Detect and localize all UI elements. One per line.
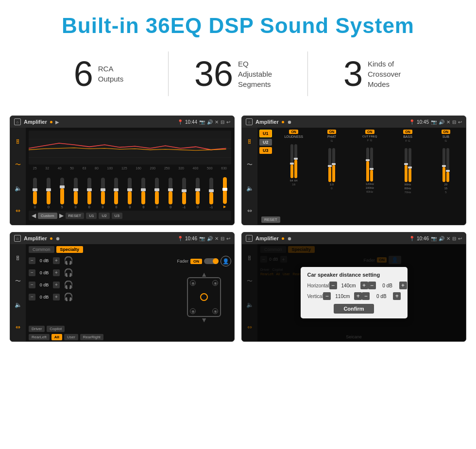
ch-slider-bass1[interactable] (405, 148, 408, 182)
vol-controls: − 0 dB + 🎧 − 0 dB + 🎧 (29, 256, 172, 324)
u1-btn-cross[interactable]: U1 (259, 130, 272, 137)
db-minus-2[interactable]: − (362, 292, 370, 300)
eq-icon[interactable]: 🎚 (15, 138, 21, 145)
back-icon-4[interactable]: ↩ (458, 236, 462, 241)
btn-all[interactable]: All (51, 334, 62, 340)
u3-btn-cross[interactable]: U3 (259, 147, 272, 154)
wave-icon-3[interactable]: 〜 (15, 277, 21, 285)
btn-rearright[interactable]: RearRight (80, 334, 103, 340)
time-fader: 10:46 (185, 236, 197, 241)
stat-text-eq: EQ AdjustableSegments (238, 59, 282, 89)
back-icon-3[interactable]: ↩ (226, 236, 230, 241)
vol-val-3: 0 dB (37, 295, 51, 299)
confirm-btn[interactable]: Confirm (334, 304, 374, 314)
back-icon[interactable]: ↩ (226, 119, 230, 125)
cross-sidebar: 🎚 〜 🔈 ⇔ (242, 128, 257, 225)
db-plus-1[interactable]: + (399, 282, 407, 289)
ch-slider-loudness2[interactable] (294, 144, 297, 178)
close-icon-2[interactable]: ✕ (446, 119, 450, 125)
vol-plus-1[interactable]: + (53, 269, 60, 276)
app-label-dialog: Amplifier (255, 235, 279, 241)
home-icon-2[interactable]: ⌂ (246, 118, 253, 125)
vertical-minus[interactable]: − (323, 292, 331, 300)
home-icon-3[interactable]: ⌂ (14, 235, 21, 242)
on-badge-sub[interactable]: ON (442, 130, 451, 134)
wave-icon-2[interactable]: 〜 (247, 161, 253, 169)
ch-loudness: ON LOUDNESS (276, 130, 312, 194)
window-icon-3[interactable]: ⊟ (221, 236, 224, 241)
fader-body: 🎚 〜 🔈 ⇔ Common Specialty − 0 dB (10, 244, 234, 341)
ch-slider-bass2[interactable] (408, 148, 411, 182)
tab-common[interactable]: Common (29, 246, 54, 253)
camera-icon: 📷 (199, 119, 205, 125)
window-icon-4[interactable]: ⊟ (452, 236, 456, 241)
horizontal-minus[interactable]: − (329, 282, 337, 289)
btn-driver[interactable]: Driver (29, 326, 45, 332)
btn-rearleft[interactable]: RearLeft (29, 334, 50, 340)
home-icon-4[interactable]: ⌂ (246, 235, 253, 242)
speaker-icon[interactable]: 🔈 (15, 185, 22, 192)
topbar-left-fader: ⌂ Amplifier ⏺ (14, 235, 60, 242)
ch-slider-cut1[interactable] (366, 148, 369, 182)
screen-dialog: ⌂ Amplifier ⏺ 📍 10:46 📷 🔊 ✕ ⊟ ↩ 🎚 〜 (241, 232, 466, 342)
ch-slider-sub2[interactable] (446, 148, 449, 182)
ch-slider-loudness1[interactable] (290, 144, 293, 178)
prev-btn[interactable]: ◀ (32, 212, 36, 219)
wave-icon[interactable]: 〜 (15, 161, 21, 169)
arrows-icon[interactable]: ⇔ (16, 207, 20, 214)
fader-label: Fader (177, 259, 188, 264)
close-icon-4[interactable]: ✕ (446, 236, 450, 241)
ch-slider-sub1[interactable] (442, 148, 445, 182)
reset-btn[interactable]: RESET (66, 213, 85, 219)
btn-copilot[interactable]: Copilot (47, 326, 65, 332)
u2-btn-cross[interactable]: U2 (259, 139, 272, 146)
window-icon[interactable]: ⊟ (221, 119, 224, 125)
on-badge-bass[interactable]: ON (403, 130, 412, 134)
reset-btn-cross[interactable]: RESET (261, 216, 280, 223)
fader-toggle[interactable] (204, 258, 219, 264)
on-badge-phat[interactable]: ON (327, 130, 337, 134)
horizontal-plus[interactable]: + (360, 282, 368, 289)
dot-icon-2 (282, 121, 284, 123)
play-icon: ▶ (55, 119, 59, 125)
u3-btn[interactable]: U3 (112, 213, 122, 219)
db-plus-2[interactable]: + (393, 292, 401, 300)
speaker-bl: ◉ (190, 308, 196, 314)
close-icon[interactable]: ✕ (215, 119, 219, 125)
u2-btn[interactable]: U2 (99, 213, 109, 219)
custom-btn[interactable]: Custom (38, 213, 57, 219)
vol-minus-3[interactable]: − (29, 294, 35, 300)
next-btn[interactable]: ▶ (59, 212, 64, 219)
vertical-plus[interactable]: + (354, 292, 362, 300)
ch-slider-phat1[interactable] (328, 148, 331, 182)
fader-on-btn[interactable]: ON (190, 259, 202, 264)
eq-icon-2[interactable]: 🎚 (247, 138, 253, 145)
vol-plus-0[interactable]: + (53, 257, 60, 264)
eq-icon-3[interactable]: 🎚 (15, 255, 21, 262)
close-icon-3[interactable]: ✕ (215, 236, 219, 241)
vol-minus-0[interactable]: − (29, 257, 35, 264)
ch-slider-cut2[interactable] (370, 148, 373, 182)
on-badge-loudness[interactable]: ON (289, 130, 298, 134)
vol-plus-3[interactable]: + (53, 294, 60, 300)
arrows-icon-3[interactable]: ⇔ (16, 324, 20, 331)
speaker-icon-2[interactable]: 🔈 (246, 185, 254, 192)
profile-icon[interactable]: 👤 (221, 256, 231, 266)
tab-specialty[interactable]: Specialty (56, 246, 84, 253)
back-icon-2[interactable]: ↩ (458, 119, 462, 125)
vol-plus-2[interactable]: + (53, 282, 60, 288)
window-icon-2[interactable]: ⊟ (452, 119, 456, 125)
speaker-icon-3[interactable]: 🔈 (15, 301, 22, 308)
db-minus-1[interactable]: − (368, 282, 376, 289)
vol-minus-1[interactable]: − (29, 269, 35, 276)
on-badge-cutfreq[interactable]: ON (365, 130, 374, 134)
headphone-icon-1: 🎧 (64, 268, 73, 277)
ch-slider-phat2[interactable] (332, 148, 335, 182)
vol-minus-2[interactable]: − (29, 282, 35, 288)
home-icon[interactable]: ⌂ (14, 118, 21, 125)
camera-icon-2: 📷 (431, 119, 437, 125)
u1-btn[interactable]: U1 (86, 213, 97, 219)
arrows-icon-2[interactable]: ⇔ (247, 207, 252, 214)
btn-user[interactable]: User (64, 334, 78, 340)
headphone-icon-2: 🎧 (64, 280, 73, 289)
